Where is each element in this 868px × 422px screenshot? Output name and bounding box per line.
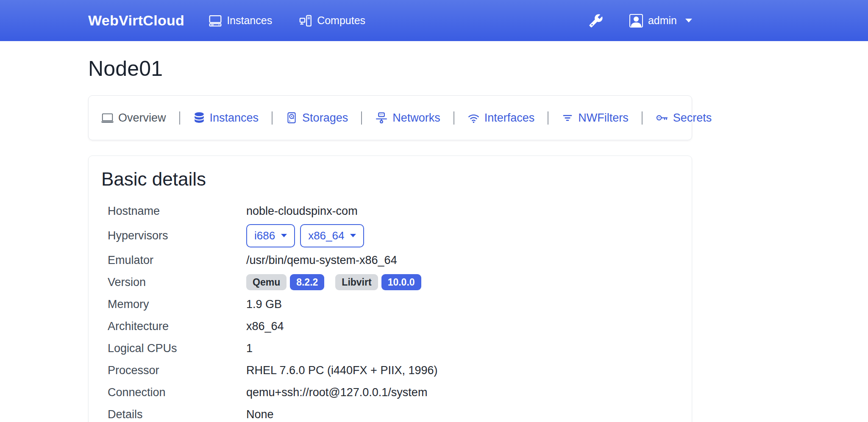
- pc-display-icon: [209, 14, 222, 27]
- detail-label: Connection: [101, 386, 246, 399]
- chevron-down-icon: [350, 234, 356, 237]
- detail-row-processor: Processor RHEL 7.6.0 PC (i440FX + PIIX, …: [101, 359, 679, 381]
- laptop-icon: [101, 112, 114, 124]
- network-icon: [375, 111, 388, 124]
- detail-label: Architecture: [101, 320, 246, 333]
- detail-value: 1.9 GB: [246, 298, 679, 311]
- detail-row-logical-cpus: Logical CPUs 1: [101, 337, 679, 359]
- detail-row-hostname: Hostname noble-cloudspinx-com: [101, 200, 679, 222]
- hypervisor-dropdown-i686[interactable]: i686: [246, 224, 295, 247]
- detail-row-version: Version Qemu 8.2.2 Libvirt 10.0.0: [101, 271, 679, 293]
- version-badge-qemu-version: 8.2.2: [290, 274, 324, 290]
- detail-value: None: [246, 408, 679, 421]
- detail-row-architecture: Architecture x86_64: [101, 315, 679, 337]
- app-brand[interactable]: WebVirtCloud: [88, 12, 184, 29]
- detail-value: i686 x86_64: [246, 224, 679, 247]
- hypervisor-dropdown-label: x86_64: [308, 229, 344, 242]
- tab-secrets-label: Secrets: [673, 111, 712, 125]
- tab-separator: [548, 111, 548, 125]
- tab-overview[interactable]: Overview: [101, 111, 166, 125]
- detail-label: Details: [101, 408, 246, 421]
- detail-label: Processor: [101, 364, 246, 377]
- tab-separator: [272, 111, 273, 125]
- hdd-icon: [286, 112, 298, 124]
- tab-instances[interactable]: Instances: [193, 111, 259, 125]
- chevron-down-icon: [685, 19, 692, 22]
- tab-nwfilters[interactable]: NWFilters: [562, 111, 628, 125]
- hypervisor-dropdown-label: i686: [254, 229, 275, 242]
- detail-value: noble-cloudspinx-com: [246, 205, 679, 218]
- pc-tower-icon: [299, 14, 312, 27]
- detail-label: Memory: [101, 298, 246, 311]
- database-icon: [193, 112, 205, 124]
- tab-separator: [361, 111, 362, 125]
- tab-separator: [179, 111, 180, 125]
- version-badge-libvirt-version: 10.0.0: [381, 274, 421, 290]
- nav-item-computes[interactable]: Computes: [299, 14, 365, 27]
- tab-storages-label: Storages: [302, 111, 348, 125]
- tab-secrets[interactable]: Secrets: [656, 111, 712, 125]
- version-badge-qemu: Qemu: [246, 274, 287, 290]
- hypervisor-dropdown-x86_64[interactable]: x86_64: [300, 224, 364, 247]
- page-title: Node01: [88, 56, 692, 81]
- detail-label: Version: [101, 276, 246, 289]
- card-heading: Basic details: [101, 169, 679, 190]
- detail-value: 1: [246, 342, 679, 355]
- tab-networks-label: Networks: [392, 111, 440, 125]
- detail-value: qemu+ssh://root@127.0.0.1/system: [246, 386, 679, 399]
- user-name: admin: [648, 14, 677, 27]
- detail-label: Logical CPUs: [101, 342, 246, 355]
- wrench-icon[interactable]: [589, 14, 603, 28]
- detail-label: Emulator: [101, 254, 246, 267]
- detail-value: Qemu 8.2.2 Libvirt 10.0.0: [246, 274, 679, 290]
- tab-instances-label: Instances: [210, 111, 259, 125]
- tab-overview-label: Overview: [118, 111, 166, 125]
- detail-row-hypervisors: Hypervisors i686 x86_64: [101, 222, 679, 249]
- navbar-inner: WebVirtCloud Instances: [88, 0, 692, 41]
- detail-label: Hostname: [101, 205, 246, 218]
- user-menu[interactable]: admin: [629, 14, 692, 28]
- tab-separator: [453, 111, 454, 125]
- main-content: Node01 Overview Instances: [88, 56, 692, 422]
- detail-value: /usr/bin/qemu-system-x86_64: [246, 254, 679, 267]
- nav-instances-label: Instances: [227, 14, 272, 27]
- person-square-icon: [629, 14, 643, 28]
- tab-nwfilters-label: NWFilters: [578, 111, 628, 125]
- tab-networks[interactable]: Networks: [375, 111, 440, 125]
- top-navbar: WebVirtCloud Instances: [0, 0, 868, 41]
- detail-label: Hypervisors: [101, 229, 246, 242]
- detail-row-details: Details None: [101, 403, 679, 422]
- node-tab-bar: Overview Instances: [88, 95, 692, 140]
- detail-row-emulator: Emulator /usr/bin/qemu-system-x86_64: [101, 249, 679, 271]
- tab-interfaces[interactable]: Interfaces: [467, 111, 535, 125]
- chevron-down-icon: [281, 234, 287, 237]
- tab-interfaces-label: Interfaces: [484, 111, 535, 125]
- filter-icon: [562, 112, 573, 124]
- navbar-right: admin: [589, 14, 692, 28]
- wifi-icon: [467, 112, 480, 124]
- detail-value: x86_64: [246, 320, 679, 333]
- detail-value: RHEL 7.6.0 PC (i440FX + PIIX, 1996): [246, 364, 679, 377]
- basic-details-card: Basic details Hostname noble-cloudspinx-…: [88, 155, 692, 422]
- detail-row-memory: Memory 1.9 GB: [101, 293, 679, 315]
- tab-separator: [642, 111, 643, 125]
- key-icon: [656, 111, 668, 124]
- nav-computes-label: Computes: [317, 14, 365, 27]
- version-badge-libvirt: Libvirt: [335, 274, 378, 290]
- detail-row-connection: Connection qemu+ssh://root@127.0.0.1/sys…: [101, 381, 679, 403]
- nav-item-instances[interactable]: Instances: [209, 14, 272, 27]
- tab-storages[interactable]: Storages: [286, 111, 348, 125]
